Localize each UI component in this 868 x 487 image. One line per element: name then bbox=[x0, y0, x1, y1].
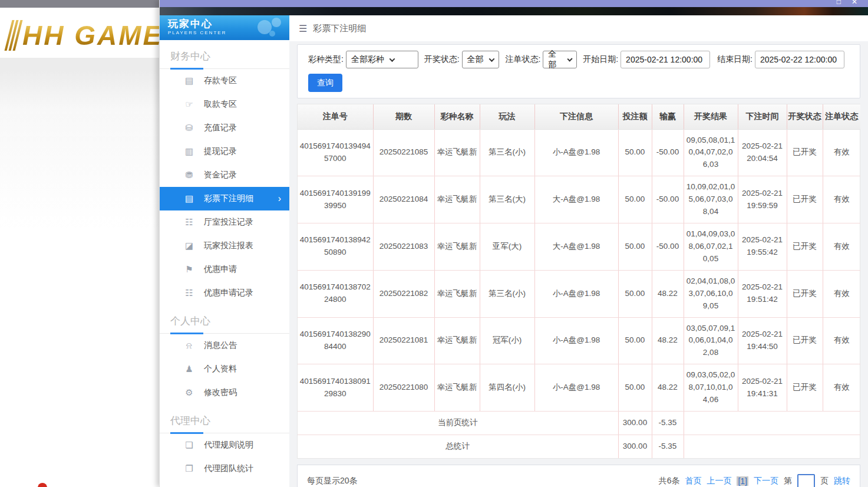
prev-page-link[interactable]: 上一页 bbox=[707, 476, 731, 486]
table-row: 401569174013870224800 20250221082 幸运飞艇新 … bbox=[298, 270, 860, 317]
sidebar-item-promo-apply[interactable]: ⚑ 优惠申请 bbox=[160, 258, 289, 281]
cell-order-no: 401569174013894250890 bbox=[298, 223, 373, 271]
order-status-select[interactable]: 全部 bbox=[543, 51, 577, 68]
end-date-input[interactable] bbox=[755, 51, 844, 68]
col-amount: 投注额 bbox=[618, 104, 652, 129]
start-date-label: 开始日期: bbox=[583, 54, 618, 65]
list-icon: ☷ bbox=[183, 217, 195, 228]
maximize-icon[interactable]: □ bbox=[837, 0, 841, 6]
sidebar-item-change-password[interactable]: ⚙ 修改密码 bbox=[160, 381, 289, 404]
sidebar-item-player-bet-report[interactable]: ◪ 玩家投注报表 bbox=[160, 234, 289, 258]
document-icon: ❏ bbox=[183, 440, 195, 450]
cell-result: 02,04,01,08,03,07,06,10,09,05 bbox=[684, 270, 738, 317]
cell-amount: 50.00 bbox=[618, 223, 652, 271]
chart-icon: ◪ bbox=[183, 241, 195, 251]
col-win-loss: 输赢 bbox=[652, 104, 684, 129]
total-count: 共6条 bbox=[659, 476, 680, 486]
cell-order-status: 有效 bbox=[823, 270, 860, 317]
background-page: HH GAME bbox=[0, 0, 159, 487]
bell-icon: ⍾ bbox=[183, 340, 195, 351]
cell-amount: 50.00 bbox=[618, 176, 652, 223]
sidebar-item-agent-rules[interactable]: ❏ 代理规则说明 bbox=[160, 433, 289, 457]
documents-icon: ❐ bbox=[183, 463, 195, 474]
wallet-icon: ▥ bbox=[183, 146, 195, 157]
cell-draw-status: 已开奖 bbox=[787, 129, 823, 176]
summary-row-total: 总统计 300.00 -5.35 bbox=[298, 435, 860, 458]
summary-label: 总统计 bbox=[298, 435, 618, 458]
chevron-down-icon bbox=[489, 56, 494, 62]
first-page-link[interactable]: 首页 bbox=[685, 476, 701, 486]
cell-play: 第三名(小) bbox=[480, 270, 534, 317]
page-suffix-label: 页 bbox=[820, 476, 829, 486]
sidebar-item-profile[interactable]: ♟ 个人资料 bbox=[160, 357, 289, 381]
sidebar-item-withdrawal-records[interactable]: ▥ 提现记录 bbox=[160, 140, 289, 163]
page-prefix-label: 第 bbox=[784, 476, 792, 486]
start-date-input[interactable] bbox=[621, 51, 710, 68]
gift-icon: ⚑ bbox=[183, 264, 195, 275]
cell-win-loss: 48.22 bbox=[652, 317, 684, 364]
cell-order-no: 401569174013870224800 bbox=[298, 270, 373, 317]
lottery-type-select[interactable]: 全部彩种 bbox=[346, 51, 418, 68]
end-date-label: 结束日期: bbox=[717, 54, 753, 65]
cell-period: 20250221081 bbox=[373, 317, 434, 364]
cell-amount: 50.00 bbox=[618, 129, 652, 176]
cell-order-status: 有效 bbox=[823, 176, 860, 223]
cell-draw-status: 已开奖 bbox=[787, 176, 823, 223]
sidebar-item-announcements[interactable]: ⍾ 消息公告 bbox=[160, 334, 289, 357]
cell-result: 10,09,02,01,05,06,07,03,08,04 bbox=[684, 176, 738, 223]
cell-play: 冠军(小) bbox=[480, 317, 534, 364]
sidebar-item-promo-apply-records[interactable]: ☷ 优惠申请记录 bbox=[160, 281, 289, 305]
summary-amount: 300.00 bbox=[618, 435, 652, 458]
search-button[interactable]: 查询 bbox=[308, 74, 342, 92]
sidebar: 玩家中心 PLAYERS CENTER 财务中心 ▤ 存款专区 ☞ 取款专区 ⛁… bbox=[160, 15, 289, 487]
content-area: ☰ 彩票下注明细 彩种类型: 全部彩种 开奖状态: 全部 bbox=[289, 15, 868, 487]
sidebar-item-funds-records[interactable]: ⛃ 资金记录 bbox=[160, 163, 289, 187]
cell-lottery: 幸运飞艇新 bbox=[434, 270, 480, 317]
summary-empty bbox=[684, 412, 860, 435]
table-row: 401569174013809129830 20250221080 幸运飞艇新 … bbox=[298, 364, 860, 412]
per-page-text: 每页显示20条 bbox=[307, 476, 358, 486]
cell-period: 20250221085 bbox=[373, 129, 434, 176]
table-row: 401569174013949457000 20250221085 幸运飞艇新 … bbox=[298, 129, 860, 176]
cell-bet-info: 大-A盘@1.98 bbox=[534, 176, 618, 223]
next-page-link[interactable]: 下一页 bbox=[754, 476, 778, 486]
sidebar-item-recharge-records[interactable]: ⛁ 充值记录 bbox=[160, 116, 289, 140]
chevron-down-icon bbox=[389, 56, 395, 62]
cell-lottery: 幸运飞艇新 bbox=[434, 176, 480, 223]
page-jump-input[interactable] bbox=[797, 474, 815, 487]
player-center-window: □ ✕ 玩家中心 PLAYERS CENTER 财务中心 ▤ 存款专区 ☞ 取款… bbox=[159, 0, 868, 487]
col-lottery: 彩种名称 bbox=[434, 104, 480, 129]
sidebar-item-deposit-zone[interactable]: ▤ 存款专区 bbox=[160, 69, 289, 93]
cell-draw-status: 已开奖 bbox=[787, 317, 823, 364]
cell-play: 第三名(小) bbox=[480, 129, 534, 176]
close-icon[interactable]: ✕ bbox=[852, 0, 857, 6]
cell-order-status: 有效 bbox=[823, 364, 860, 412]
cell-lottery: 幸运飞艇新 bbox=[434, 129, 480, 176]
jump-link[interactable]: 跳转 bbox=[834, 476, 850, 486]
draw-status-select[interactable]: 全部 bbox=[462, 51, 500, 68]
summary-empty bbox=[684, 435, 860, 458]
cell-result: 01,04,09,03,08,06,07,02,10,05 bbox=[684, 223, 738, 271]
cell-result: 09,05,08,01,10,04,07,02,06,03 bbox=[684, 129, 738, 176]
cell-bet-info: 大-A盘@1.98 bbox=[534, 223, 618, 271]
summary-row-current-page: 当前页统计 300.00 -5.35 bbox=[298, 412, 860, 435]
cell-play: 第三名(大) bbox=[480, 176, 534, 223]
cell-win-loss: -50.00 bbox=[652, 223, 684, 271]
sidebar-item-hall-bet-records[interactable]: ☷ 厅室投注记录 bbox=[160, 210, 289, 234]
sidebar-item-lottery-bet-details[interactable]: ▤ 彩票下注明细 › bbox=[160, 187, 289, 210]
current-page-badge[interactable]: [1] bbox=[737, 476, 748, 486]
table-row: 401569174013894250890 20250221083 幸运飞艇新 … bbox=[298, 223, 860, 271]
cell-lottery: 幸运飞艇新 bbox=[434, 364, 480, 412]
sidebar-item-agent-team-stats[interactable]: ❐ 代理团队统计 bbox=[160, 457, 289, 481]
bet-list-icon: ▤ bbox=[183, 193, 195, 204]
cell-play: 第四名(小) bbox=[480, 364, 534, 412]
list-icon: ☷ bbox=[183, 288, 195, 298]
moneybag-icon: ⛁ bbox=[183, 123, 195, 133]
table-header-row: 注单号 期数 彩种名称 玩法 下注信息 投注额 输赢 开奖结果 下注时间 开奖状… bbox=[298, 104, 860, 129]
sidebar-item-withdraw-zone[interactable]: ☞ 取款专区 bbox=[160, 93, 289, 116]
background-body bbox=[0, 58, 159, 487]
cell-order-status: 有效 bbox=[823, 317, 860, 364]
cell-bet-time: 2025-02-21 19:44:50 bbox=[738, 317, 787, 364]
hamburger-menu-icon[interactable]: ☰ bbox=[299, 23, 307, 34]
cell-bet-time: 2025-02-21 19:41:31 bbox=[738, 364, 787, 412]
